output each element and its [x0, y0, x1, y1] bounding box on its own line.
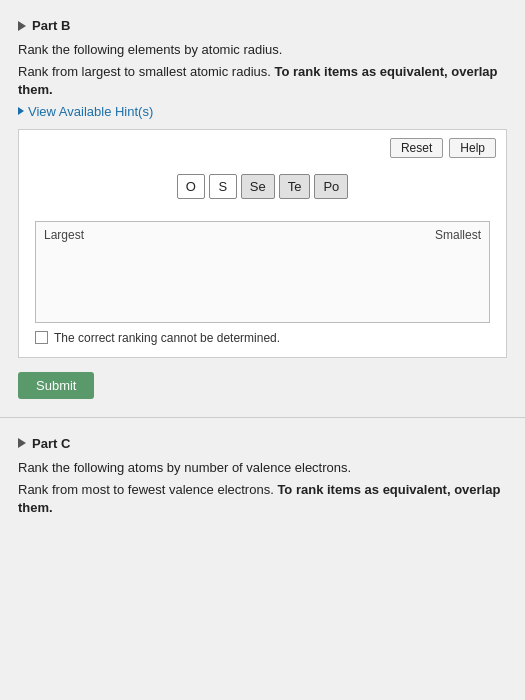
view-available-label: View Available Hint(s) — [28, 104, 153, 119]
submit-button[interactable]: Submit — [18, 372, 94, 399]
element-chip-Po[interactable]: Po — [314, 174, 348, 199]
element-chip-Se[interactable]: Se — [241, 174, 275, 199]
instruction-2: Rank from largest to smallest atomic rad… — [18, 63, 507, 99]
cannot-determine-checkbox[interactable] — [35, 331, 48, 344]
ranking-drop-zone[interactable] — [44, 246, 481, 316]
part-b-header: Part B — [18, 18, 507, 33]
smallest-label: Smallest — [435, 228, 481, 242]
part-c-section: Part C Rank the following atoms by numbe… — [0, 428, 525, 530]
ranking-box: Reset Help O S Se Te Po Largest Smallest… — [18, 129, 507, 358]
part-c-instruction-1: Rank the following atoms by number of va… — [18, 459, 507, 477]
instruction-1: Rank the following elements by atomic ra… — [18, 41, 507, 59]
element-chip-Te[interactable]: Te — [279, 174, 311, 199]
ranking-labels: Largest Smallest — [44, 228, 481, 242]
part-c-collapse-icon[interactable] — [18, 438, 26, 448]
part-b-section: Part B Rank the following elements by at… — [0, 10, 525, 407]
reset-button[interactable]: Reset — [390, 138, 443, 158]
part-b-collapse-icon[interactable] — [18, 21, 26, 31]
page-container: Part B Rank the following elements by at… — [0, 0, 525, 700]
largest-label: Largest — [44, 228, 84, 242]
cannot-determine-row: The correct ranking cannot be determined… — [35, 331, 496, 345]
help-button[interactable]: Help — [449, 138, 496, 158]
instruction-2-text: Rank from largest to smallest atomic rad… — [18, 64, 274, 79]
view-available-hints[interactable]: View Available Hint(s) — [18, 104, 507, 119]
ranking-top-bar: Reset Help — [29, 138, 496, 158]
part-c-instruction-2: Rank from most to fewest valence electro… — [18, 481, 507, 517]
element-chip-S[interactable]: S — [209, 174, 237, 199]
element-chip-O[interactable]: O — [177, 174, 205, 199]
part-c-label: Part C — [32, 436, 70, 451]
part-b-label: Part B — [32, 18, 70, 33]
part-c-header: Part C — [18, 436, 507, 451]
part-c-instruction-2-normal: Rank from most to fewest valence electro… — [18, 482, 277, 497]
hint-arrow-icon — [18, 107, 24, 115]
section-divider — [0, 417, 525, 418]
ranking-area[interactable]: Largest Smallest — [35, 221, 490, 323]
cannot-determine-label: The correct ranking cannot be determined… — [54, 331, 280, 345]
elements-row: O S Se Te Po — [29, 168, 496, 205]
